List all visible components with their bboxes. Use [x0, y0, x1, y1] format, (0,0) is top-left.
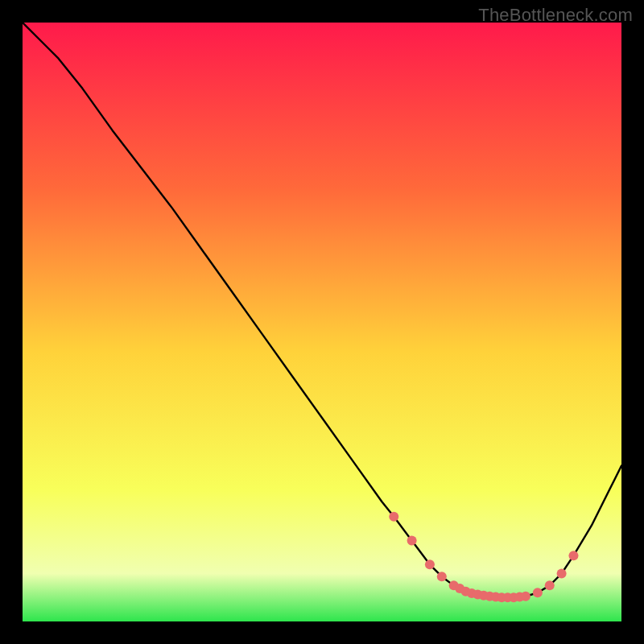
- chart-stage: TheBottleneck.com: [0, 0, 644, 644]
- plot-area: [23, 23, 621, 621]
- chart-svg: [23, 23, 621, 621]
- marker-dot: [533, 588, 543, 597]
- marker-dot: [389, 512, 398, 522]
- marker-dot: [437, 572, 447, 581]
- marker-dot: [545, 580, 555, 590]
- marker-dot: [407, 536, 417, 546]
- watermark-text: TheBottleneck.com: [478, 5, 633, 26]
- marker-dot: [568, 551, 578, 560]
- marker-dot: [425, 559, 435, 569]
- marker-dot: [521, 592, 530, 601]
- gradient-background: [23, 23, 621, 621]
- marker-dot: [557, 568, 567, 578]
